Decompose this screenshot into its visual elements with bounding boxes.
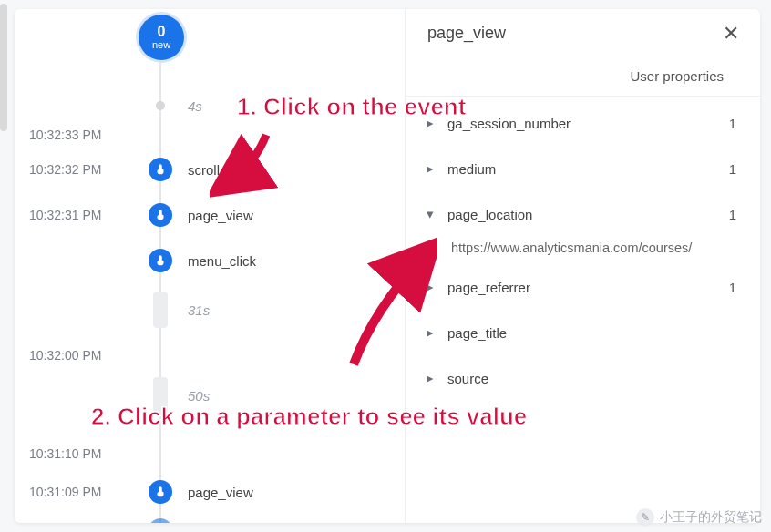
chevron-right-icon: ▸ — [424, 370, 437, 386]
timeline-pane: 0 new 4s 10:32:33 PM 10:32:32 PM scroll … — [15, 9, 405, 523]
touch-icon — [149, 203, 172, 227]
event-details-pane: page_view ✕ User properties ▸ ga_session… — [405, 9, 760, 523]
chevron-right-icon: ▸ — [424, 324, 437, 341]
timeline-event-row[interactable]: 10:32:32 PM scroll — [15, 151, 405, 188]
chevron-right-icon: ▸ — [424, 115, 437, 131]
parameter-name: medium — [447, 161, 729, 177]
parameter-row[interactable]: ▸ ga_session_number 1 — [415, 100, 751, 146]
timeline-time-row: 10:32:33 PM — [15, 117, 405, 153]
new-events-bubble[interactable]: 0 new — [139, 15, 184, 60]
timeline-gap-label: 50s — [188, 388, 210, 404]
parameter-name: ga_session_number — [447, 116, 729, 131]
details-tabs: User properties — [406, 63, 760, 97]
timeline-event-row[interactable]: user_engagement — [15, 512, 405, 523]
timeline-time: 10:32:00 PM — [29, 348, 129, 363]
parameter-row[interactable]: ▾ page_location 1 — [415, 191, 751, 237]
touch-icon — [149, 480, 172, 504]
watermark: ✎ 小王子的外贸笔记 — [636, 508, 762, 527]
timeline-event-label: menu_click — [188, 253, 256, 269]
new-events-label: new — [139, 39, 184, 50]
timeline-time: 10:32:33 PM — [29, 128, 129, 142]
timeline-time: 10:32:31 PM — [29, 208, 129, 222]
touch-icon — [149, 518, 172, 523]
timeline-gap-row: 50s — [15, 377, 405, 414]
timeline-time: 10:31:09 PM — [29, 485, 129, 499]
timeline-event-label: scroll — [188, 162, 220, 178]
tab-user-properties[interactable]: User properties — [615, 63, 738, 96]
timeline-event-label: page_view — [188, 485, 253, 500]
parameter-row[interactable]: ▸ page_title — [415, 310, 751, 355]
timeline-time-row: 10:32:00 PM — [15, 337, 405, 373]
timeline-gap-label: 4s — [188, 98, 202, 114]
watermark-text: 小王子的外贸笔记 — [660, 509, 762, 526]
timeline-event-row[interactable]: menu_click — [15, 242, 405, 279]
chevron-right-icon: ▸ — [424, 279, 437, 295]
timeline-event-label: page_view — [188, 208, 253, 223]
event-details-title: page_view — [427, 24, 506, 43]
parameter-count: 1 — [729, 207, 742, 222]
timeline-event-row[interactable]: 10:31:09 PM page_view — [15, 474, 405, 510]
chevron-right-icon: ▸ — [424, 160, 437, 177]
timeline-time: 10:31:10 PM — [29, 446, 129, 461]
touch-icon — [149, 249, 172, 272]
parameter-value: https://www.analyticsmania.com/courses/ — [415, 237, 751, 264]
timeline-gap-label: 31s — [188, 302, 210, 318]
parameter-name: page_location — [447, 207, 729, 222]
parameter-count: 1 — [729, 161, 742, 177]
parameter-name: page_referrer — [447, 280, 729, 295]
timeline-gap-row: 31s — [15, 292, 405, 328]
chevron-down-icon: ▾ — [424, 206, 437, 222]
parameter-row[interactable]: ▸ source — [415, 355, 751, 401]
timeline-event-row[interactable]: 10:32:31 PM page_view — [15, 197, 405, 233]
parameter-row[interactable]: ▸ page_referrer 1 — [415, 264, 751, 310]
close-icon[interactable]: ✕ — [722, 25, 740, 43]
timeline-gap-bar — [153, 377, 168, 414]
timeline-gap-bar — [153, 292, 168, 328]
timeline-time: 10:32:32 PM — [29, 162, 129, 177]
new-events-count: 0 — [139, 25, 184, 39]
parameter-count: 1 — [729, 280, 742, 295]
scrollbar-hint — [0, 4, 7, 131]
parameter-count: 1 — [729, 116, 742, 131]
timeline-small-dot — [156, 101, 165, 110]
parameter-list: ▸ ga_session_number 1 ▸ medium 1 ▾ page_… — [406, 97, 760, 401]
timeline-time-row: 10:31:10 PM — [15, 435, 405, 472]
watermark-icon: ✎ — [636, 508, 654, 527]
parameter-name: page_title — [447, 325, 742, 341]
debug-card: 0 new 4s 10:32:33 PM 10:32:32 PM scroll … — [15, 9, 760, 523]
parameter-row[interactable]: ▸ medium 1 — [415, 146, 751, 191]
parameter-name: source — [447, 371, 742, 386]
timeline-event-label: user_engagement — [188, 523, 298, 524]
touch-icon — [149, 158, 172, 181]
